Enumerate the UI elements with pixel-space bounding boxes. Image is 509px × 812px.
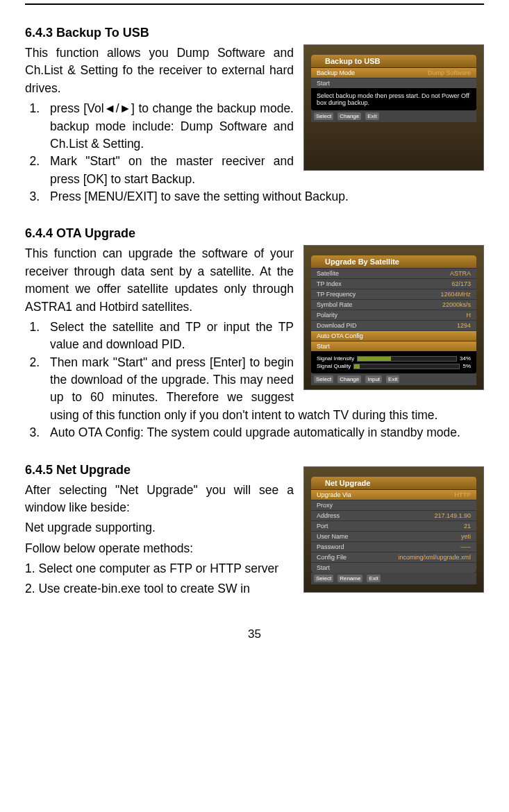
heading-643: 6.4.3 Backup To USB [25, 26, 484, 40]
fig1-row-start: Start [311, 78, 476, 88]
page-number: 35 [25, 627, 484, 641]
li-644-3: Auto OTA Config: The system could upgrad… [43, 424, 484, 441]
fig3-row-via: Upgrade ViaHTTP [311, 489, 476, 500]
fig3-row-user: User Nameyeti [311, 531, 476, 541]
fig1-legend: SelectChangeExit [311, 110, 476, 122]
fig2-sig-quality: Signal Quality5% [317, 363, 471, 369]
fig2-legend: SelectChangeInputExit [311, 373, 476, 385]
fig3-row-cfg: Config Fileincoming/xml/upgrade.xml [311, 552, 476, 562]
fig1-row-mode: Backup ModeDump Software [311, 67, 476, 78]
fig2-row-start: Start [311, 341, 476, 351]
figure-backup-usb: Backup to USB Backup ModeDump Software S… [303, 44, 484, 171]
fig2-row-sat: SatelliteASTRA [311, 268, 476, 278]
header-rule [25, 3, 484, 5]
heading-644: 6.4.4 OTA Upgrade [25, 226, 484, 241]
fig2-row-tpi: TP Index62/173 [311, 278, 476, 289]
fig2-row-sym: Symbol Rate22000ks/s [311, 299, 476, 310]
fig3-row-addr: Address217.149.1.90 [311, 510, 476, 521]
li-643-3: Press [MENU/EXIT] to save the setting wi… [43, 188, 484, 205]
fig3-title: Net Upgrade [311, 477, 476, 489]
fig2-row-pol: PolarityH [311, 310, 476, 320]
fig1-title: Backup to USB [311, 55, 476, 67]
fig3-row-proxy: Proxy [311, 500, 476, 510]
fig3-legend: SelectRenameExit [311, 573, 476, 584]
figure-net-upgrade: Net Upgrade Upgrade ViaHTTP Proxy Addres… [303, 466, 484, 593]
fig2-title: Upgrade By Satellite [311, 255, 476, 268]
fig1-note: Select backup mode then press start. Do … [311, 88, 476, 110]
fig3-row-start: Start [311, 562, 476, 573]
fig2-sig-intensity: Signal Intensity34% [317, 355, 471, 362]
fig3-row-pass: Password----- [311, 541, 476, 552]
fig2-row-freq: TP Frequency12604MHz [311, 289, 476, 299]
fig2-row-pid: Download PID1294 [311, 320, 476, 330]
figure-ota-upgrade: Upgrade By Satellite SatelliteASTRA TP I… [303, 245, 484, 390]
fig2-row-auto: Auto OTA Config [311, 330, 476, 341]
fig3-row-port: Port21 [311, 521, 476, 531]
